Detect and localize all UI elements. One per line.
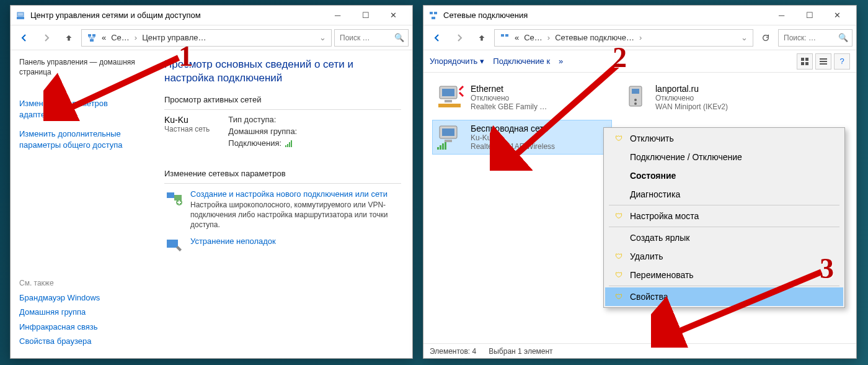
connection-lanportal[interactable]: lanportal.ru Отключено WAN Miniport (IKE…	[617, 80, 797, 115]
link-adapter-settings[interactable]: Изменение параметров адаптера	[19, 98, 144, 120]
cm-diagnostics[interactable]: Диагностика	[605, 185, 843, 204]
search-icon[interactable]: 🔍	[838, 33, 848, 42]
cm-delete[interactable]: 🛡Удалить	[605, 247, 843, 266]
svg-rect-16	[801, 62, 804, 65]
back-button[interactable]	[427, 29, 447, 47]
refresh-button[interactable]	[756, 29, 776, 47]
view-button-1[interactable]	[797, 53, 813, 70]
network-type: Частная сеть	[164, 125, 210, 133]
chevron-down-icon[interactable]: ⌄	[317, 33, 329, 42]
help-button[interactable]: ?	[834, 53, 850, 70]
svg-rect-1	[17, 12, 24, 16]
link-troubleshoot[interactable]: Устранение неполадок	[190, 236, 276, 247]
bc-seg[interactable]: Сетевые подключе…	[552, 33, 637, 42]
svg-rect-14	[801, 58, 804, 61]
window-title: Центр управления сетями и общим доступом	[30, 11, 324, 20]
chevron-down-icon[interactable]: ⌄	[738, 33, 750, 42]
svg-rect-0	[17, 17, 24, 19]
bc-seg[interactable]: Се…	[521, 33, 545, 42]
svg-point-28	[634, 102, 637, 105]
bc-seg[interactable]: «	[512, 33, 521, 42]
maximize-button[interactable]: ☐	[352, 6, 379, 25]
status-selected: Выбран 1 элемент	[489, 347, 552, 356]
svg-rect-5	[167, 192, 174, 198]
chevron-right-icon: ›	[545, 33, 552, 42]
conn-device: Realtek GBE Family …	[471, 102, 547, 111]
search-input[interactable]	[339, 33, 394, 43]
cm-rename[interactable]: 🛡Переименовать	[605, 266, 843, 284]
up-button[interactable]	[472, 29, 492, 47]
link-infrared[interactable]: Инфракрасная связь	[19, 322, 144, 333]
search-input[interactable]	[782, 33, 838, 43]
svg-rect-15	[805, 58, 808, 61]
bc-seg[interactable]: «	[99, 33, 108, 42]
network-name: Ku-Ku	[164, 115, 210, 125]
wizard-new-connection-icon	[164, 189, 184, 209]
connection-wireless[interactable]: Беспроводная сеть Ku-Ku Realtek 8821AE W…	[432, 120, 612, 155]
statusbar: Элементов: 4 Выбран 1 элемент	[423, 343, 856, 358]
forward-button[interactable]	[37, 29, 56, 47]
svg-rect-20	[820, 63, 827, 65]
window-network-center: Центр управления сетями и общим доступом…	[10, 5, 413, 359]
bc-seg[interactable]: Се…	[108, 33, 132, 42]
forward-button[interactable]	[450, 29, 469, 47]
cm-shortcut[interactable]: Создать ярлык	[605, 228, 843, 247]
separator	[164, 183, 401, 184]
connections-area[interactable]: Ethernet Отключено Realtek GBE Family … …	[423, 73, 856, 343]
page-title: Просмотр основных сведений о сети и наст…	[164, 58, 401, 85]
addressbar: « Се… › Сетевые подключе… › ⌄ 🔍	[423, 25, 856, 50]
search-box[interactable]: 🔍	[334, 29, 409, 47]
shield-icon: 🛡	[614, 212, 624, 220]
close-button[interactable]: ✕	[379, 6, 407, 25]
titlebar[interactable]: Центр управления сетями и общим доступом…	[11, 6, 412, 25]
more-button[interactable]: »	[559, 56, 563, 66]
connection-ethernet[interactable]: Ethernet Отключено Realtek GBE Family …	[432, 80, 612, 115]
link-firewall[interactable]: Брандмауэр Windows	[19, 292, 144, 304]
search-icon[interactable]: 🔍	[394, 33, 404, 42]
status-elements: Элементов: 4	[430, 347, 476, 356]
panel-home-label[interactable]: Панель управления — домашняя страница	[19, 58, 144, 77]
svg-rect-9	[430, 12, 433, 14]
svg-rect-17	[805, 62, 808, 65]
titlebar[interactable]: Сетевые подключения ─ ☐ ✕	[423, 6, 856, 25]
minimize-button[interactable]: ─	[768, 6, 795, 25]
svg-rect-24	[438, 104, 461, 107]
svg-rect-3	[92, 34, 95, 37]
network-icon	[500, 33, 510, 43]
view-button-2[interactable]	[815, 53, 831, 70]
kv-homegroup: Домашняя группа:	[228, 127, 297, 136]
conn-status: Отключено	[471, 94, 547, 102]
svg-rect-30	[442, 128, 454, 136]
section-change-settings: Изменение сетевых параметров	[164, 169, 401, 178]
svg-rect-19	[820, 61, 827, 62]
app-icon	[16, 11, 25, 20]
minimize-button[interactable]: ─	[324, 6, 352, 25]
kv-access: Тип доступа:	[228, 115, 276, 124]
breadcrumb[interactable]: « Се… › Сетевые подключе… › ⌄	[494, 29, 753, 47]
maximize-button[interactable]: ☐	[795, 6, 823, 25]
cm-state[interactable]: Состояние	[605, 166, 843, 185]
link-browser-props[interactable]: Свойства браузера	[19, 336, 144, 347]
link-new-connection[interactable]: Создание и настройка нового подключения …	[190, 189, 401, 200]
back-button[interactable]	[14, 29, 34, 47]
wifi-icon	[436, 124, 466, 150]
svg-rect-8	[167, 240, 178, 248]
close-button[interactable]: ✕	[823, 6, 851, 25]
breadcrumb[interactable]: « Се… › Центр управле… ⌄	[81, 29, 332, 47]
organize-button[interactable]: Упорядочить ▾	[430, 56, 484, 66]
app-icon	[428, 11, 438, 20]
link-advanced-sharing[interactable]: Изменить дополнительные параметры общего…	[19, 128, 144, 150]
addressbar: « Се… › Центр управле… ⌄ 🔍	[11, 25, 412, 50]
svg-rect-4	[90, 39, 94, 42]
bc-seg[interactable]: Центр управле…	[140, 33, 208, 42]
section-active-nets: Просмотр активных сетей	[164, 95, 401, 104]
cm-disable[interactable]: 🛡Отключить	[605, 129, 843, 148]
up-button[interactable]	[59, 29, 79, 47]
cm-properties[interactable]: 🛡Свойства	[605, 287, 843, 306]
connect-to-button[interactable]: Подключение к	[493, 56, 550, 66]
search-box[interactable]: 🔍	[778, 29, 852, 47]
cm-connect-disconnect[interactable]: Подключение / Отключение	[605, 148, 843, 166]
cm-bridge[interactable]: 🛡Настройка моста	[605, 207, 843, 225]
svg-rect-33	[440, 145, 441, 150]
link-homegroup[interactable]: Домашняя группа	[19, 307, 144, 318]
